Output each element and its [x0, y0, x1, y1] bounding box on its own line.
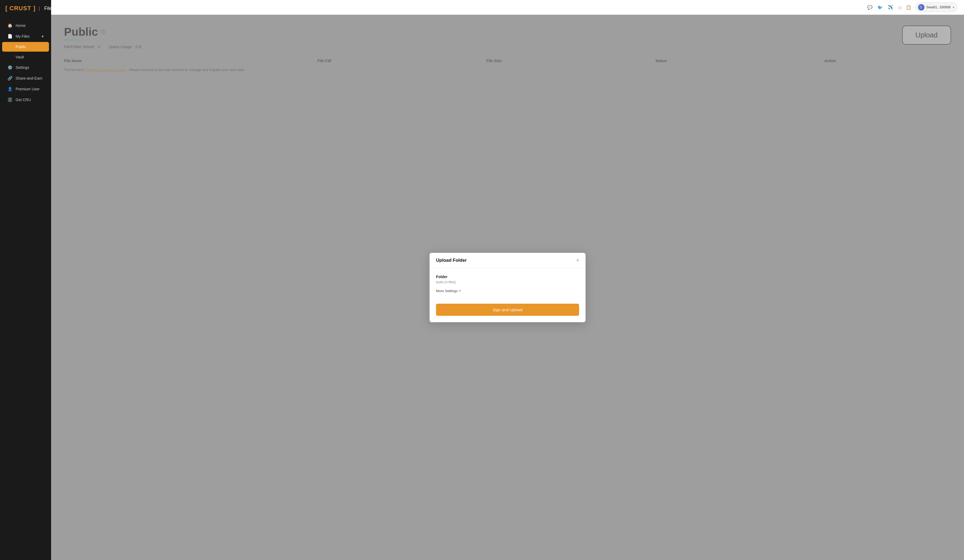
logo-bracket-close: ]	[33, 5, 35, 12]
user-icon: 👤	[8, 86, 12, 91]
document-icon[interactable]: 📋	[906, 5, 911, 10]
topbar-social-icons: 💬 🐦 ✈️ ◁ 📋	[867, 5, 911, 10]
sidebar-item-home[interactable]: 🏠 Home	[2, 20, 49, 31]
telegram-icon[interactable]: ✈️	[887, 5, 893, 10]
sidebar-item-get-cru[interactable]: 🗄️ Get CRU	[2, 95, 49, 105]
modal-close-button[interactable]: ×	[576, 258, 579, 263]
modal-header: Upload Folder ×	[430, 253, 586, 268]
topbar: 💬 🐦 ✈️ ◁ 📋 Ξ 0xea01...530606 ▾	[51, 0, 964, 15]
logo-crust-text: CRUST	[10, 5, 31, 12]
twitter-icon[interactable]: 🐦	[878, 5, 883, 10]
modal-overlay: Upload Folder × Folder build (4 files) M…	[51, 15, 964, 560]
discord-icon[interactable]: 💬	[867, 5, 873, 10]
sidebar-item-public-label: Public	[16, 45, 26, 49]
sidebar-item-cru-label: Get CRU	[16, 98, 31, 102]
sidebar-item-premium-user[interactable]: 👤 Premium User	[2, 84, 49, 94]
sidebar: [ CRUST ] | Files 🏠 Home 📄 My Files ▾ Pu…	[0, 0, 51, 560]
folder-field-label: Folder	[436, 275, 579, 279]
folder-field-value: build (4 files)	[436, 280, 579, 284]
wallet-avatar: Ξ	[918, 4, 925, 10]
main-area: 💬 🐦 ✈️ ◁ 📋 Ξ 0xea01...530606 ▾ Public ⓘ	[51, 0, 964, 560]
modal-body: Folder build (4 files) More Settings ▾	[430, 268, 586, 304]
sidebar-item-premium-label: Premium User	[16, 87, 39, 91]
logo-divider: |	[39, 6, 40, 11]
modal-title: Upload Folder	[436, 258, 467, 263]
sidebar-item-share-label: Share-and-Earn	[16, 76, 42, 80]
sidebar-navigation: 🏠 Home 📄 My Files ▾ Public Vault ⚙️ Sett…	[0, 18, 51, 107]
more-settings-toggle[interactable]: More Settings ▾	[436, 289, 579, 293]
modal-footer: Sign and Upload	[430, 304, 586, 322]
sidebar-item-home-label: Home	[16, 23, 26, 28]
wallet-chevron-icon: ▾	[953, 6, 954, 9]
wallet-button[interactable]: Ξ 0xea01...530606 ▾	[915, 2, 957, 12]
sign-upload-button[interactable]: Sign and Upload	[436, 304, 579, 316]
logo-bracket: [	[5, 5, 7, 12]
my-files-chevron-icon: ▾	[42, 34, 44, 39]
sidebar-item-public[interactable]: Public	[2, 42, 49, 52]
wallet-address-text: 0xea01...530606	[927, 5, 951, 9]
more-settings-label: More Settings	[436, 289, 458, 293]
sidebar-item-settings-label: Settings	[16, 65, 29, 70]
more-settings-chevron-icon: ▾	[459, 289, 461, 293]
share-icon: 🔗	[8, 76, 12, 81]
sidebar-item-settings[interactable]: ⚙️ Settings	[2, 62, 49, 73]
sidebar-item-share-and-earn[interactable]: 🔗 Share-and-Earn	[2, 73, 49, 83]
page-content: Public ⓘ File/Folder Stored: 0 Space Usa…	[51, 15, 964, 560]
sidebar-item-vault-label: Vault	[16, 55, 24, 59]
sidebar-item-vault[interactable]: Vault	[2, 52, 49, 62]
cru-icon: 🗄️	[8, 98, 12, 102]
sidebar-item-my-files-label: My Files	[16, 34, 29, 39]
my-files-icon: 📄	[8, 34, 12, 39]
sidebar-item-my-files[interactable]: 📄 My Files ▾	[2, 31, 49, 41]
home-icon: 🏠	[8, 23, 12, 28]
upload-folder-modal: Upload Folder × Folder build (4 files) M…	[430, 253, 586, 322]
my-files-left: 📄 My Files	[8, 34, 29, 39]
back-icon[interactable]: ◁	[898, 5, 901, 10]
settings-icon: ⚙️	[8, 65, 12, 70]
app-logo: [ CRUST ] | Files	[0, 0, 51, 18]
